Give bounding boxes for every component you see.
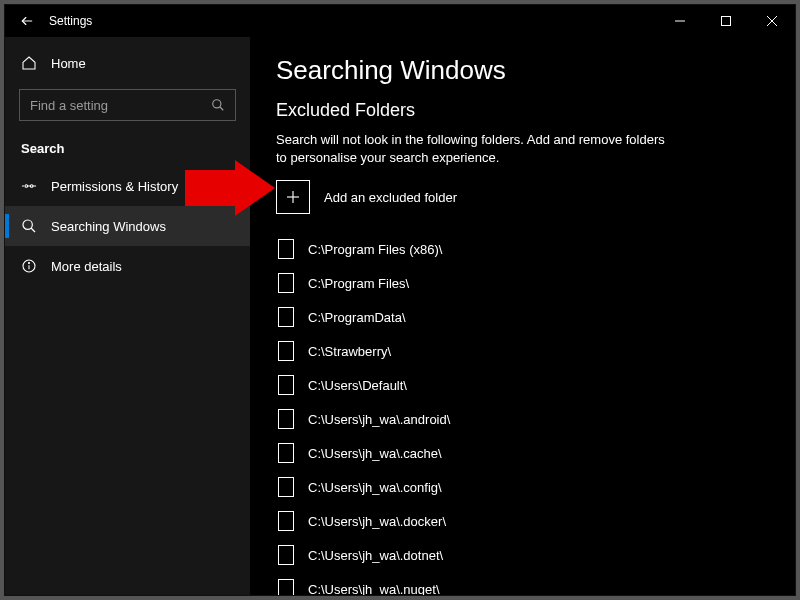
excluded-folder-path: C:\Users\jh_wa\.config\ (308, 480, 442, 495)
excluded-folder-row[interactable]: C:\Users\Default\ (276, 368, 769, 402)
section-description: Search will not look in the following fo… (276, 131, 676, 166)
file-icon (278, 375, 294, 395)
excluded-folder-row[interactable]: C:\Users\jh_wa\.config\ (276, 470, 769, 504)
excluded-folder-path: C:\Users\jh_wa\.docker\ (308, 514, 446, 529)
home-label: Home (51, 56, 86, 71)
history-icon (21, 178, 37, 194)
info-icon (21, 258, 37, 274)
window-controls (657, 5, 795, 37)
excluded-folder-row[interactable]: C:\Users\jh_wa\.android\ (276, 402, 769, 436)
file-icon (278, 579, 294, 595)
titlebar: Settings (5, 5, 795, 37)
svg-point-5 (213, 100, 221, 108)
excluded-folder-path: C:\Users\jh_wa\.android\ (308, 412, 450, 427)
excluded-folder-row[interactable]: C:\Users\jh_wa\.nuget\ (276, 572, 769, 595)
annotation-pointer-arrow (185, 160, 275, 216)
svg-line-10 (31, 228, 35, 232)
search-input[interactable] (30, 98, 200, 113)
excluded-folder-path: C:\Program Files\ (308, 276, 409, 291)
file-icon (278, 409, 294, 429)
content-panel: Searching Windows Excluded Folders Searc… (250, 37, 795, 595)
excluded-folder-list: C:\Program Files (x86)\C:\Program Files\… (276, 232, 769, 595)
file-icon (278, 239, 294, 259)
add-excluded-folder-label: Add an excluded folder (324, 190, 457, 205)
maximize-button[interactable] (703, 5, 749, 37)
excluded-folder-path: C:\Program Files (x86)\ (308, 242, 442, 257)
excluded-folder-row[interactable]: C:\Users\jh_wa\.docker\ (276, 504, 769, 538)
file-icon (278, 273, 294, 293)
home-icon (21, 55, 37, 71)
minimize-icon (675, 16, 685, 26)
svg-point-9 (23, 220, 32, 229)
excluded-folder-row[interactable]: C:\Program Files (x86)\ (276, 232, 769, 266)
svg-rect-2 (722, 17, 731, 26)
sidebar-item-label: Searching Windows (51, 219, 166, 234)
excluded-folder-row[interactable]: C:\Strawberry\ (276, 334, 769, 368)
file-icon (278, 307, 294, 327)
add-excluded-folder-button[interactable]: Add an excluded folder (276, 180, 769, 214)
sidebar-item-label: More details (51, 259, 122, 274)
excluded-folder-row[interactable]: C:\Users\jh_wa\.dotnet\ (276, 538, 769, 572)
section-subtitle: Excluded Folders (276, 100, 769, 121)
plus-icon (276, 180, 310, 214)
minimize-button[interactable] (657, 5, 703, 37)
excluded-folder-row[interactable]: C:\ProgramData\ (276, 300, 769, 334)
excluded-folder-path: C:\Users\jh_wa\.dotnet\ (308, 548, 443, 563)
file-icon (278, 545, 294, 565)
maximize-icon (721, 16, 731, 26)
excluded-folder-row[interactable]: C:\Program Files\ (276, 266, 769, 300)
file-icon (278, 511, 294, 531)
titlebar-left: Settings (5, 5, 92, 37)
close-icon (767, 16, 777, 26)
svg-point-13 (28, 262, 29, 263)
home-button[interactable]: Home (5, 43, 250, 83)
file-icon (278, 443, 294, 463)
search-input-container[interactable] (19, 89, 236, 121)
excluded-folder-path: C:\Users\Default\ (308, 378, 407, 393)
svg-marker-16 (185, 160, 275, 216)
excluded-folder-path: C:\Users\jh_wa\.nuget\ (308, 582, 440, 595)
excluded-folder-path: C:\Strawberry\ (308, 344, 391, 359)
svg-line-6 (220, 107, 224, 111)
arrow-left-icon (20, 14, 34, 28)
excluded-folder-path: C:\ProgramData\ (308, 310, 406, 325)
excluded-folder-row[interactable]: C:\Users\jh_wa\.cache\ (276, 436, 769, 470)
window-title: Settings (49, 14, 92, 28)
sidebar-item-more-details[interactable]: More details (5, 246, 250, 286)
search-icon (21, 218, 37, 234)
close-button[interactable] (749, 5, 795, 37)
sidebar: Home Search Permissions & History Se (5, 37, 250, 595)
file-icon (278, 341, 294, 361)
sidebar-item-label: Permissions & History (51, 179, 178, 194)
body: Home Search Permissions & History Se (5, 37, 795, 595)
page-title: Searching Windows (276, 55, 769, 86)
back-button[interactable] (5, 5, 49, 37)
settings-window: Settings Home (4, 4, 796, 596)
file-icon (278, 477, 294, 497)
search-icon (211, 98, 225, 112)
excluded-folder-path: C:\Users\jh_wa\.cache\ (308, 446, 442, 461)
